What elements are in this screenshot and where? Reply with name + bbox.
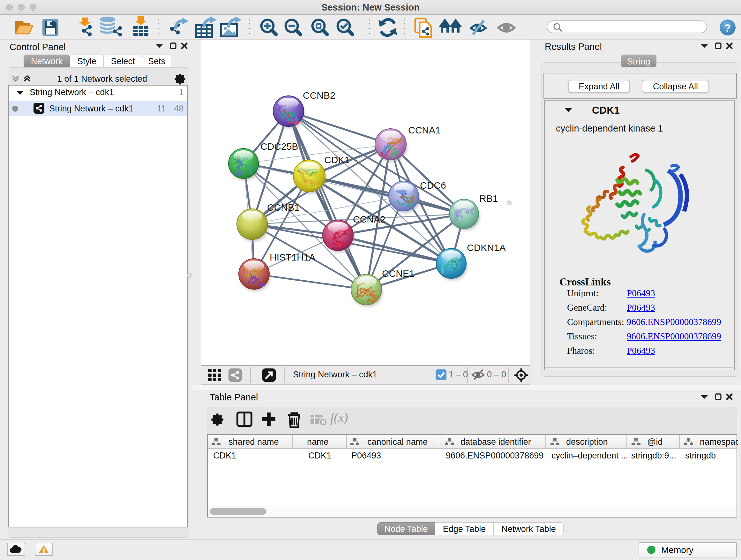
svg-text:RB1: RB1 [479,193,498,204]
svg-text:CCNB1: CCNB1 [267,202,300,212]
svg-text:CDK1: CDK1 [324,154,350,165]
svg-text:CCNA1: CCNA1 [408,125,441,135]
svg-text:CDKN1A: CDKN1A [467,242,506,253]
svg-text:CDC6: CDC6 [420,180,446,191]
svg-text:CDC25B: CDC25B [260,141,298,152]
svg-text:CCNE1: CCNE1 [382,268,414,279]
svg-text:CCNA2: CCNA2 [353,214,386,225]
svg-text:CCNB2: CCNB2 [303,90,335,101]
svg-text:HIST1H1A: HIST1H1A [270,252,315,262]
